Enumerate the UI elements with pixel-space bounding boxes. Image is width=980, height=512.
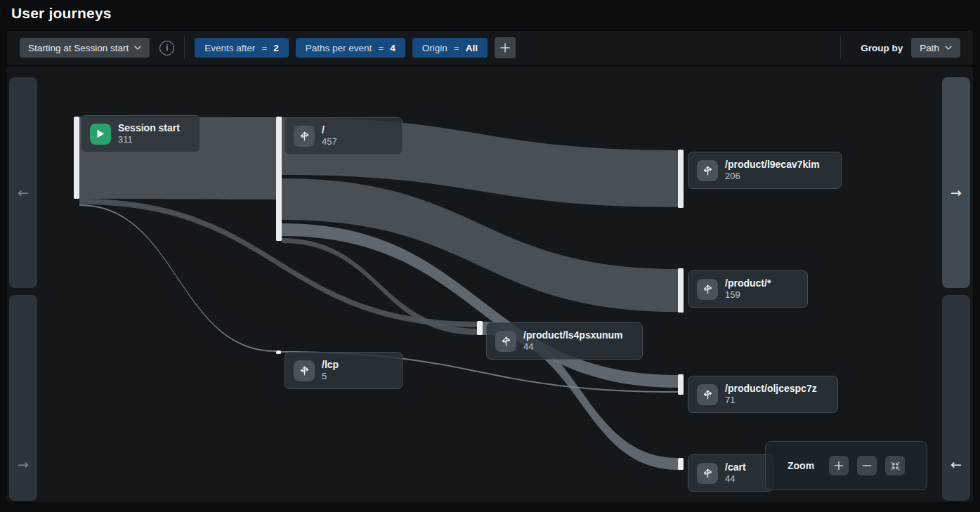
path-split-icon (701, 164, 714, 177)
path-node-card-product_star[interactable]: /product/*159 (688, 270, 808, 308)
filter-value: All (466, 43, 478, 53)
plus-icon (499, 42, 511, 53)
zoom-panel: Zoom (765, 441, 927, 490)
path-node-card-lcp[interactable]: /lcp5 (285, 352, 403, 389)
filter-chip-paths-per-event[interactable]: Paths per event=4 (296, 38, 405, 58)
path-node-card-cart[interactable]: /cart44 (688, 454, 773, 492)
sankey-node-bar-cart[interactable] (678, 458, 684, 470)
sankey-node-bar-product_l9[interactable] (678, 150, 684, 208)
minus-icon (862, 461, 872, 471)
sankey-node-bar-product_ls4[interactable] (477, 321, 483, 335)
filter-label: Origin (422, 43, 447, 53)
path-node-icon (697, 160, 718, 181)
rail-button-left-top[interactable]: ← (9, 77, 37, 288)
toolbar-divider (184, 37, 185, 59)
info-icon[interactable]: i (159, 41, 174, 55)
node-title: Session start (118, 122, 180, 134)
sankey-node-bar-session_start[interactable] (74, 117, 79, 199)
path-node-card-session_start[interactable]: Session start311 (81, 115, 200, 152)
node-title: /lcp (322, 359, 339, 371)
zoom-label: Zoom (788, 460, 814, 471)
zoom-in-button[interactable] (829, 456, 849, 475)
filter-operator: = (261, 43, 267, 53)
path-split-icon (701, 466, 714, 480)
node-text: /product/oljcespc7z71 (725, 383, 817, 406)
filter-chip-origin[interactable]: Origin=All (412, 38, 488, 58)
node-text: /product/*159 (725, 277, 771, 301)
group-by-selector[interactable]: Path (911, 38, 960, 58)
node-title: /product/* (725, 277, 771, 289)
paths-canvas: Session start311/457/product/l9ecav7kim2… (7, 67, 973, 502)
path-node-icon (697, 463, 718, 484)
node-count: 44 (523, 341, 623, 353)
path-node-icon (294, 360, 315, 381)
path-split-icon (701, 388, 714, 401)
sankey-node-bar-lcp[interactable] (276, 350, 281, 354)
path-node-card-product_ls4[interactable]: /product/ls4psxunum44 (486, 322, 643, 360)
node-title: / (322, 124, 337, 136)
node-title: /product/oljcespc7z (725, 383, 817, 395)
path-node-icon (697, 279, 718, 300)
node-text: Session start311 (118, 122, 180, 145)
session-start-icon (90, 124, 111, 145)
path-split-icon (499, 334, 513, 348)
zoom-buttons (829, 456, 905, 475)
filter-value: 4 (390, 43, 396, 53)
starting-point-label: Starting at Session start (28, 43, 129, 53)
filter-operator: = (378, 43, 384, 53)
path-node-icon (495, 331, 516, 352)
rail-button-right-bottom[interactable]: ← (942, 295, 970, 501)
node-count: 311 (118, 134, 180, 145)
groupby-divider (840, 37, 841, 59)
group-by-value: Path (920, 43, 939, 53)
user-journeys-app: User journeys Starting at Session start … (0, 0, 980, 512)
rail-button-left-bottom[interactable]: → (9, 295, 37, 501)
sankey-node-bar-root[interactable] (276, 117, 282, 241)
path-node-card-product_l9[interactable]: /product/l9ecav7kim206 (688, 152, 842, 189)
starting-point-selector[interactable]: Starting at Session start (20, 38, 150, 58)
play-icon (96, 129, 105, 138)
toolbar: Starting at Session start i Events after… (7, 31, 973, 65)
fit-view-icon (890, 461, 901, 471)
node-title: /cart (725, 461, 746, 473)
filter-chip-events-after[interactable]: Events after=2 (195, 38, 288, 58)
node-count: 206 (725, 171, 820, 182)
sankey-link-session_start-to-lcp[interactable] (79, 204, 276, 352)
node-count: 159 (725, 289, 771, 301)
arrow-right-icon: → (9, 457, 37, 472)
node-count: 44 (725, 473, 746, 485)
node-text: /product/ls4psxunum44 (523, 329, 623, 353)
arrow-right-icon: → (942, 185, 970, 200)
node-text: /cart44 (725, 461, 746, 485)
node-title: /product/ls4psxunum (523, 329, 623, 341)
arrow-left-icon: ← (942, 457, 970, 472)
path-node-card-product_olj[interactable]: /product/oljcespc7z71 (688, 376, 838, 413)
add-filter-button[interactable] (495, 37, 516, 58)
path-split-icon (701, 282, 714, 296)
node-count: 457 (322, 136, 337, 147)
zoom-fit-button[interactable] (885, 456, 905, 475)
toolbar-right: Group by Path (830, 37, 960, 59)
node-text: /457 (322, 124, 337, 147)
filter-operator: = (454, 43, 459, 53)
sankey-node-bar-product_star[interactable] (678, 268, 684, 313)
path-node-icon (697, 384, 718, 405)
zoom-out-button[interactable] (857, 456, 877, 475)
filter-label: Events after (204, 43, 255, 53)
path-split-icon (298, 129, 311, 143)
rail-button-right-top[interactable]: → (942, 77, 970, 288)
node-count: 5 (322, 371, 339, 382)
path-split-icon (298, 364, 311, 377)
filter-value: 2 (273, 43, 279, 53)
arrow-left-icon: ← (9, 185, 37, 200)
path-node-icon (294, 126, 315, 147)
sankey-node-bar-product_olj[interactable] (678, 374, 684, 395)
filter-chips: Events after=2Paths per event=4Origin=Al… (195, 38, 488, 58)
chevron-down-icon (134, 46, 141, 50)
group-by-label: Group by (861, 43, 903, 53)
chevron-down-icon (945, 46, 952, 50)
path-node-card-root[interactable]: /457 (285, 117, 403, 155)
node-text: /product/l9ecav7kim206 (725, 159, 820, 182)
page-title: User journeys (11, 5, 112, 22)
node-text: /lcp5 (322, 359, 339, 382)
